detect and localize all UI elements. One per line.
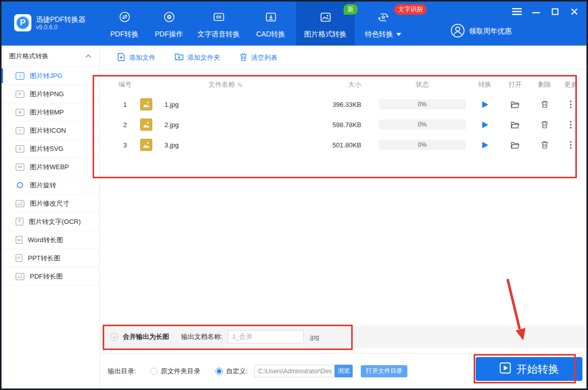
col-status: 状态 <box>416 80 429 89</box>
sidebar-item-image-to-jpg[interactable]: J 图片转JPG <box>2 67 99 85</box>
open-folder-icon[interactable] <box>509 118 522 131</box>
app-logo-icon: P <box>14 14 31 31</box>
image-letter-icon: W <box>16 164 24 171</box>
file-name: 2.jpg <box>158 121 310 129</box>
radio-custom[interactable]: 自定义: <box>216 367 248 376</box>
convert-play-button[interactable] <box>478 138 491 151</box>
nav-cad-convert[interactable]: CAD转换 <box>245 2 296 46</box>
speech-wave-icon <box>212 11 226 30</box>
table-row: 1 1.jpg 396.33KB 0% <box>100 94 583 114</box>
top-nav: PDF转换 PDF操作 <box>103 2 411 46</box>
output-doc-name-input[interactable] <box>228 330 304 343</box>
more-options-icon[interactable] <box>564 118 577 131</box>
file-size: 396.33KB <box>332 101 375 108</box>
nav-image-format-convert[interactable]: 新 图片格式转换 <box>296 2 355 46</box>
image-letter-icon: S <box>16 145 24 152</box>
promo-link[interactable]: 领取周年优惠 <box>450 23 512 40</box>
close-icon[interactable] <box>569 7 579 17</box>
nav-pdf-edit[interactable]: PDF操作 <box>146 2 192 46</box>
pdf-edit-icon <box>162 11 176 30</box>
add-file-button[interactable]: 添加文件 <box>117 53 155 63</box>
rotate-icon <box>16 181 24 189</box>
open-file-directory-button[interactable]: 打开文件目录 <box>361 365 407 377</box>
word-doc-icon: w <box>16 236 22 244</box>
sidebar-item-word-to-long-image[interactable]: w Word转长图 <box>2 231 99 249</box>
convert-play-button[interactable] <box>478 118 491 131</box>
start-convert-button[interactable]: 开始转换 <box>476 357 582 381</box>
file-size: 501.80KB <box>332 141 375 149</box>
jpg-file-icon <box>140 119 152 131</box>
app-title: 迅捷PDF转换器 <box>36 15 86 24</box>
file-toolbar: 添加文件 添加文件夹 清空列表 <box>100 46 586 70</box>
table-header: 编号 文件名称 ↑↓ 大小 状态 转换 打开 删除 更多 <box>100 75 583 94</box>
open-folder-icon[interactable] <box>509 98 522 111</box>
col-delete: 删除 <box>538 80 551 89</box>
sidebar-item-image-to-bmp[interactable]: B 图片转BMP <box>2 103 99 122</box>
merge-checkbox[interactable] <box>110 333 118 341</box>
app-window: P 迅捷PDF转换器 v9.0.6.0 PDF转换 <box>0 0 588 390</box>
sidebar-group-header[interactable]: 图片格式转换 <box>2 46 99 67</box>
sidebar-item-image-to-svg[interactable]: S 图片转SVG <box>2 140 99 158</box>
col-more: 更多 <box>564 80 577 89</box>
menu-icon[interactable] <box>512 7 522 17</box>
file-size: 598.78KB <box>332 121 375 129</box>
sidebar-item-ppt-to-long-image[interactable]: P PPT转长图 <box>2 249 99 267</box>
sidebar-item-image-to-webp[interactable]: W 图片转WEBP <box>2 158 99 176</box>
play-box-icon <box>499 362 511 376</box>
nav-speech-convert[interactable]: 文字语音转换 <box>192 2 245 46</box>
col-size: 大小 <box>348 80 375 89</box>
convert-play-button[interactable] <box>478 98 491 111</box>
image-icon <box>16 200 24 207</box>
col-no: 编号 <box>118 80 132 89</box>
col-name[interactable]: 文件名称 ↑↓ <box>208 80 241 89</box>
sort-icon[interactable]: ↑↓ <box>237 81 241 88</box>
pdf-convert-icon <box>118 11 132 30</box>
table-row: 2 2.jpg 598.78KB 0% <box>100 114 583 135</box>
col-convert: 转换 <box>478 80 491 89</box>
table-row: 3 3.jpg 501.80KB 0% <box>100 135 583 155</box>
progress-bar: 0% <box>379 140 466 150</box>
progress-bar: 0% <box>379 120 466 130</box>
app-version: v9.0.6.0 <box>36 24 86 31</box>
nav-pdf-convert[interactable]: PDF转换 <box>103 2 146 46</box>
add-folder-button[interactable]: 添加文件夹 <box>175 53 220 62</box>
chevron-down-icon <box>396 33 401 36</box>
file-name: 1.jpg <box>158 101 310 108</box>
promo-label: 领取周年优惠 <box>469 27 512 36</box>
sidebar-item-image-rotate[interactable]: 图片旋转 <box>2 176 99 194</box>
sidebar-item-pdf-to-long-image[interactable]: PDF转长图 <box>2 267 99 286</box>
delete-trash-icon[interactable] <box>538 98 551 111</box>
jpg-file-icon <box>140 98 152 110</box>
delete-trash-icon[interactable] <box>538 138 551 151</box>
more-options-icon[interactable] <box>564 138 577 151</box>
add-folder-icon <box>175 53 184 62</box>
more-options-icon[interactable] <box>564 98 577 111</box>
image-icon <box>16 273 24 280</box>
delete-trash-icon[interactable] <box>538 118 551 131</box>
progress-bar: 0% <box>379 99 466 109</box>
radio-icon[interactable] <box>150 368 157 375</box>
radio-selected-icon[interactable] <box>216 368 223 375</box>
maximize-icon[interactable] <box>550 7 560 17</box>
minimize-icon[interactable] <box>531 7 541 17</box>
sidebar-item-image-resize[interactable]: 图片修改尺寸 <box>2 194 99 213</box>
add-file-icon <box>117 53 125 63</box>
jpg-file-icon <box>140 139 152 151</box>
ocr-badge: 文字识别 <box>394 4 427 15</box>
window-controls <box>512 7 579 17</box>
radio-original-folder[interactable]: 原文件夹目录 <box>150 367 200 376</box>
image-format-icon <box>319 11 332 30</box>
browse-button[interactable]: 浏览 <box>334 365 353 377</box>
merge-output-bar: 合并输出为长图 输出文档名称: .jpg <box>100 326 586 348</box>
sidebar-item-image-to-png[interactable]: P 图片转PNG <box>2 85 99 103</box>
open-folder-icon[interactable] <box>509 138 522 151</box>
clear-list-button[interactable]: 清空列表 <box>239 53 277 63</box>
sidebar-item-image-to-icon[interactable]: I 图片转ICON <box>2 122 99 140</box>
ocr-text-icon: T <box>16 218 23 225</box>
file-table: 编号 文件名称 ↑↓ 大小 状态 转换 打开 删除 更多 1 1.jpg 396… <box>100 75 583 155</box>
nav-special-convert[interactable]: 文字识别 特色转换 <box>355 2 411 46</box>
title-bar: P 迅捷PDF转换器 v9.0.6.0 PDF转换 <box>2 2 586 46</box>
output-dir-label: 输出目录: <box>108 367 136 376</box>
sidebar-item-image-to-text-ocr[interactable]: T 图片转文字(OCR) <box>2 213 99 231</box>
image-letter-icon: P <box>16 91 24 98</box>
